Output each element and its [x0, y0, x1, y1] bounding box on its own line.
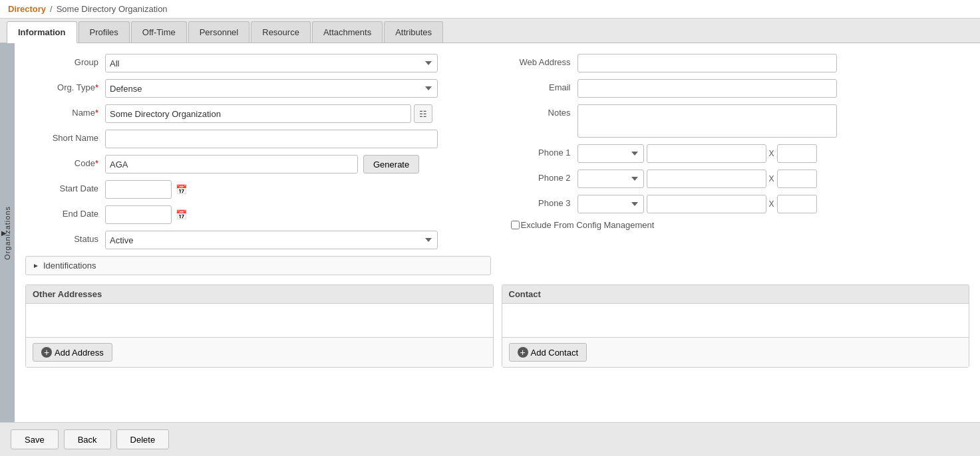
add-contact-plus-icon: +	[518, 347, 528, 358]
status-row: Status Active Inactive Pending	[25, 231, 491, 249]
phone3-x-label: X	[769, 199, 774, 209]
add-address-button[interactable]: + Add Address	[33, 343, 112, 362]
status-label: Status	[25, 231, 105, 244]
phone3-number-input[interactable]	[647, 195, 766, 213]
end-date-input[interactable]	[105, 205, 172, 224]
end-date-label: End Date	[25, 205, 105, 219]
delete-button[interactable]: Delete	[116, 429, 170, 449]
phone2-row: Phone 2 MobileWorkHomeFax X	[504, 170, 970, 188]
identifications-section[interactable]: ► Identifications	[25, 256, 491, 275]
web-address-input[interactable]	[577, 54, 837, 72]
phone2-inputs: MobileWorkHomeFax X	[577, 170, 817, 188]
notes-label: Notes	[504, 104, 577, 118]
other-addresses-body	[26, 304, 493, 337]
tab-personnel[interactable]: Personnel	[188, 21, 250, 43]
exclude-checkbox-row: Exclude From Config Management	[511, 220, 970, 230]
phone2-x-label: X	[769, 174, 774, 183]
right-form: Web Address Email Notes	[504, 54, 970, 275]
notes-row: Notes	[504, 104, 970, 138]
contact-footer: + Add Contact	[502, 337, 969, 367]
phone2-ext-input[interactable]	[777, 170, 817, 188]
group-select[interactable]: All Group A Group B	[105, 54, 438, 72]
name-row: Name* ☷	[25, 104, 491, 123]
breadcrumb-root[interactable]: Directory	[8, 4, 46, 14]
identifications-header: ► Identifications	[33, 261, 484, 271]
short-name-row: Short Name	[25, 130, 491, 148]
tab-off-time[interactable]: Off-Time	[131, 21, 187, 43]
phone3-label: Phone 3	[504, 195, 577, 208]
other-addresses-footer: + Add Address	[26, 337, 493, 367]
short-name-label: Short Name	[25, 130, 105, 143]
tab-profiles[interactable]: Profiles	[79, 21, 130, 43]
web-address-label: Web Address	[504, 54, 577, 67]
phone1-x-label: X	[769, 149, 774, 158]
add-contact-label: Add Contact	[531, 348, 579, 358]
contact-body	[502, 304, 969, 337]
phone1-number-input[interactable]	[647, 144, 766, 163]
web-address-row: Web Address	[504, 54, 970, 72]
phone1-label: Phone 1	[504, 144, 577, 158]
end-date-calendar-icon[interactable]: 📅	[176, 209, 187, 220]
group-label: Group	[25, 54, 105, 67]
add-address-plus-icon: +	[41, 347, 52, 358]
start-date-row: Start Date 📅	[25, 180, 491, 199]
start-date-input[interactable]	[105, 180, 172, 199]
end-date-wrapper: 📅	[105, 205, 187, 224]
contact-header: Contact	[502, 285, 969, 304]
add-contact-button[interactable]: + Add Contact	[509, 343, 587, 362]
phone2-type-select[interactable]: MobileWorkHomeFax	[577, 170, 644, 188]
save-button[interactable]: Save	[11, 429, 59, 449]
code-input[interactable]	[105, 155, 358, 173]
organizations-sidebar[interactable]: ▶ Organizations	[0, 43, 15, 422]
identifications-label: Identifications	[43, 261, 96, 271]
breadcrumb-current: Some Directory Organization	[57, 4, 168, 14]
footer-bar: Save Back Delete	[0, 422, 980, 456]
phone3-inputs: MobileWorkHomeFax X	[577, 195, 817, 213]
email-input[interactable]	[577, 79, 837, 98]
phone3-ext-input[interactable]	[777, 195, 817, 213]
short-name-input[interactable]	[105, 130, 438, 148]
phone3-type-select[interactable]: MobileWorkHomeFax	[577, 195, 644, 213]
status-select[interactable]: Active Inactive Pending	[105, 231, 438, 249]
back-button[interactable]: Back	[64, 429, 111, 449]
name-input[interactable]	[105, 104, 411, 123]
phone1-inputs: MobileWorkHomeFax X	[577, 144, 817, 163]
group-row: Group All Group A Group B	[25, 54, 491, 72]
tab-bar: Information Profiles Off-Time Personnel …	[0, 19, 980, 43]
tab-information[interactable]: Information	[7, 21, 77, 43]
name-wrapper: ☷	[105, 104, 432, 123]
start-date-label: Start Date	[25, 180, 105, 193]
breadcrumb: Directory / Some Directory Organization	[0, 0, 980, 19]
code-row: Code* Generate	[25, 155, 491, 173]
phone2-number-input[interactable]	[647, 170, 766, 188]
org-type-label: Org. Type*	[25, 79, 105, 92]
phone1-ext-input[interactable]	[777, 144, 817, 163]
tab-attributes[interactable]: Attributes	[384, 21, 443, 43]
phone1-row: Phone 1 MobileWorkHomeFax X	[504, 144, 970, 163]
org-type-row: Org. Type* Defense Offense Support	[25, 79, 491, 98]
phone1-type-select[interactable]: MobileWorkHomeFax	[577, 144, 644, 163]
email-row: Email	[504, 79, 970, 98]
code-wrapper: Generate	[105, 155, 419, 173]
tab-attachments[interactable]: Attachments	[312, 21, 383, 43]
tab-resource[interactable]: Resource	[251, 21, 311, 43]
email-label: Email	[504, 79, 577, 92]
other-addresses-panel: Other Addresses + Add Address	[25, 285, 494, 368]
code-label: Code*	[25, 155, 105, 168]
notes-textarea[interactable]	[577, 104, 837, 138]
org-type-select[interactable]: Defense Offense Support	[105, 79, 438, 98]
bottom-panels: Other Addresses + Add Address Contact	[25, 285, 969, 368]
generate-button[interactable]: Generate	[363, 155, 419, 173]
end-date-row: End Date 📅	[25, 205, 491, 224]
exclude-checkbox[interactable]	[511, 221, 520, 229]
contact-panel: Contact + Add Contact	[502, 285, 970, 368]
start-date-wrapper: 📅	[105, 180, 187, 199]
main-content-area: Group All Group A Group B Org. Type*	[15, 43, 980, 422]
breadcrumb-separator: /	[50, 4, 53, 14]
sidebar-label: Organizations	[3, 206, 11, 260]
phone2-label: Phone 2	[504, 170, 577, 183]
start-date-calendar-icon[interactable]: 📅	[176, 184, 187, 195]
exclude-label: Exclude From Config Management	[521, 220, 655, 230]
phone3-row: Phone 3 MobileWorkHomeFax X	[504, 195, 970, 213]
name-grid-icon[interactable]: ☷	[414, 104, 432, 123]
